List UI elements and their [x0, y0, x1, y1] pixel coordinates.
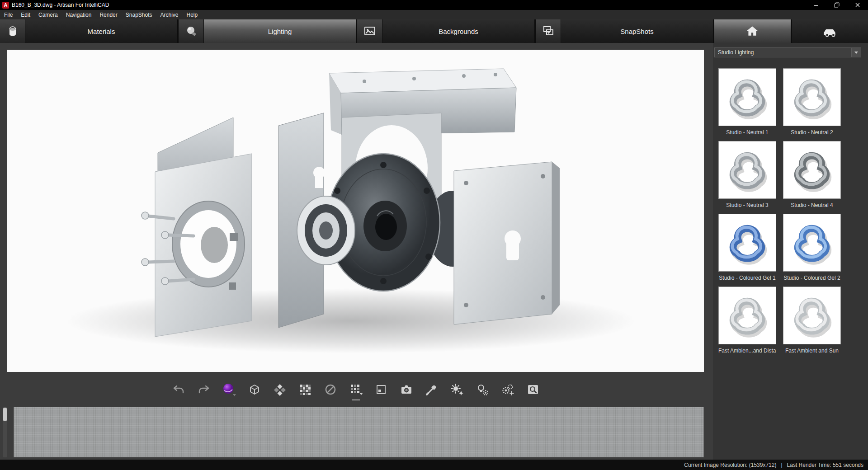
preset-fast-ambient-distant[interactable]: Fast Ambien...and Distant — [718, 287, 776, 354]
camera-snapshot-button[interactable] — [398, 381, 415, 398]
pixel-grid-icon — [297, 382, 313, 397]
grid-picker-button[interactable] — [348, 381, 364, 398]
preset-thumbnail[interactable] — [718, 287, 776, 344]
tab-group-main: Materials Lighting Backgrounds — [0, 19, 713, 43]
title-bar: A B160_B_3D.dwg - Artisan For IntelliCAD — [0, 0, 868, 10]
vertical-scrollbar[interactable] — [3, 407, 7, 457]
tab-materials[interactable]: Materials — [0, 19, 177, 43]
tab-lighting[interactable]: Lighting — [179, 19, 356, 43]
preset-label: Studio - Coloured Gel 1 — [718, 275, 776, 281]
preset-thumbnail[interactable] — [783, 68, 841, 126]
gear-settings-icon — [500, 382, 515, 397]
menu-archive[interactable]: Archive — [156, 10, 183, 19]
dropdown-button[interactable] — [851, 48, 861, 57]
lamp-settings-button[interactable] — [474, 381, 491, 398]
menu-snapshots[interactable]: SnapShots — [122, 10, 156, 19]
tab-backgrounds-label: Backgrounds — [382, 19, 534, 43]
knot-preview — [722, 145, 773, 195]
snapshot-strip[interactable] — [14, 407, 704, 457]
knot-preview — [787, 290, 837, 341]
app-logo-icon: A — [2, 2, 9, 9]
preset-studio-neutral-1[interactable]: Studio - Neutral 1 — [718, 68, 776, 136]
redo-icon — [196, 382, 212, 397]
tab-group-right — [714, 19, 868, 43]
minimize-button[interactable] — [806, 0, 826, 10]
preset-label: Fast Ambien...and Distant — [718, 348, 776, 354]
preset-studio-neutral-2[interactable]: Studio - Neutral 2 — [783, 68, 841, 136]
lighting-preset-grid: Studio - Neutral 1 Studio - Neutral 2 St… — [718, 68, 863, 354]
lamp-settings-icon — [475, 382, 490, 397]
preset-thumbnail[interactable] — [783, 214, 841, 272]
tab-vehicle[interactable] — [792, 19, 868, 43]
eyedropper-icon — [424, 382, 439, 397]
menu-navigation[interactable]: Navigation — [62, 10, 96, 19]
tab-materials-label: Materials — [25, 19, 177, 43]
preset-label: Studio - Neutral 2 — [783, 129, 841, 136]
zoom-region-button[interactable] — [525, 381, 541, 398]
pixel-grid-button[interactable] — [297, 381, 313, 398]
diamond-pattern-button[interactable] — [272, 381, 288, 398]
minimize-icon — [813, 2, 819, 8]
redo-button[interactable] — [196, 381, 212, 398]
menu-file[interactable]: File — [0, 10, 17, 19]
knot-preview — [722, 72, 773, 122]
render-material-button[interactable] — [221, 381, 237, 398]
preset-thumbnail[interactable] — [783, 287, 841, 344]
tab-home[interactable] — [714, 19, 791, 43]
disable-icon — [323, 382, 338, 397]
chevron-down-icon — [854, 52, 858, 54]
preset-coloured-gel-2[interactable]: Studio - Coloured Gel 2 — [783, 214, 841, 281]
menu-bar: File Edit Camera Navigation Render SnapS… — [0, 10, 868, 19]
close-button[interactable] — [847, 0, 868, 10]
preset-studio-neutral-4[interactable]: Studio - Neutral 4 — [783, 141, 841, 208]
render-image — [7, 50, 704, 372]
frame-region-icon — [373, 382, 389, 397]
window-title: B160_B_3D.dwg - Artisan For IntelliCAD — [12, 2, 806, 8]
restore-button[interactable] — [826, 0, 847, 10]
preset-label: Studio - Neutral 1 — [718, 129, 776, 136]
tab-snapshots[interactable]: SnapShots — [536, 19, 713, 43]
paint-bucket-icon — [0, 19, 25, 43]
frame-region-button[interactable] — [373, 381, 389, 398]
window-controls — [806, 0, 868, 10]
preset-thumbnail[interactable] — [718, 68, 776, 126]
undo-button[interactable] — [170, 381, 187, 398]
knot-preview — [722, 290, 773, 341]
render-toolbar — [7, 380, 704, 400]
tab-backgrounds[interactable]: Backgrounds — [357, 19, 534, 43]
car-icon — [822, 25, 838, 37]
knot-preview — [722, 217, 773, 268]
preset-studio-neutral-3[interactable]: Studio - Neutral 3 — [718, 141, 776, 208]
preset-thumbnail[interactable] — [718, 141, 776, 199]
knot-preview — [787, 72, 837, 122]
eyedropper-button[interactable] — [424, 381, 440, 398]
disable-button[interactable] — [322, 381, 339, 398]
material-cube-icon — [247, 382, 262, 397]
zoom-region-icon — [525, 382, 541, 397]
status-render-time: Last Render Time: 551 seconds — [787, 462, 863, 468]
knot-preview — [787, 145, 837, 195]
menu-camera[interactable]: Camera — [34, 10, 62, 19]
main-area — [0, 43, 713, 460]
preset-thumbnail[interactable] — [718, 214, 776, 272]
material-cube-button[interactable] — [246, 381, 263, 398]
camera-icon — [399, 382, 414, 397]
preset-thumbnail[interactable] — [783, 141, 841, 199]
preset-fast-ambient-sun[interactable]: Fast Ambient and Sun — [783, 287, 841, 354]
lighting-category-dropdown[interactable]: Studio Lighting — [714, 47, 861, 57]
menu-render[interactable]: Render — [95, 10, 121, 19]
gear-settings-button[interactable] — [500, 381, 516, 398]
menu-edit[interactable]: Edit — [17, 10, 34, 19]
menu-help[interactable]: Help — [183, 10, 202, 19]
sun-settings-button[interactable] — [449, 381, 465, 398]
preset-coloured-gel-1[interactable]: Studio - Coloured Gel 1 — [718, 214, 776, 281]
render-viewport[interactable] — [7, 50, 704, 372]
status-resolution: Current Image Resolution: (1539x712) — [684, 462, 776, 468]
preset-label: Fast Ambient and Sun — [783, 348, 841, 354]
preset-label: Studio - Coloured Gel 2 — [783, 275, 841, 281]
scrollbar-handle[interactable] — [3, 408, 7, 421]
close-icon — [855, 2, 860, 8]
tab-lighting-label: Lighting — [204, 19, 356, 43]
sun-settings-icon — [449, 382, 465, 397]
tab-bar: Materials Lighting Backgrounds — [0, 19, 868, 43]
